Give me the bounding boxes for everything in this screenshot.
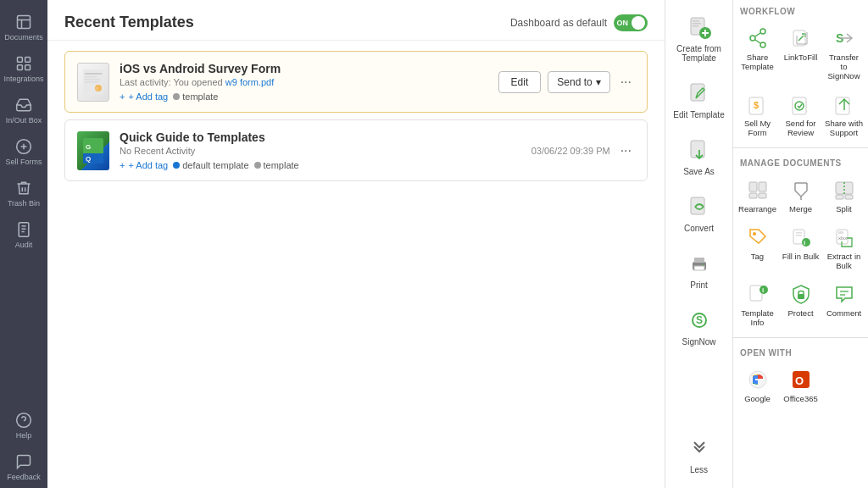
workflow-share-template[interactable]: Share Template <box>737 21 778 86</box>
rearrange-icon <box>746 178 770 202</box>
workflow-split[interactable]: Split <box>823 173 865 219</box>
share-template-label: Share Template <box>738 53 776 71</box>
sidebar-item-help[interactable]: Help <box>0 405 47 446</box>
less-icon <box>686 435 713 462</box>
create-from-template-label: Create from Template <box>669 44 729 63</box>
action-signnow[interactable]: S SignNow <box>665 300 732 353</box>
tag-label-template-quick: template <box>264 160 299 170</box>
split-icon <box>832 178 856 202</box>
convert-icon <box>686 193 713 220</box>
workflow-comment[interactable]: Comment <box>823 277 865 332</box>
svg-rect-17 <box>85 73 102 75</box>
template-actions-ios: Edit Send to ▾ ··· <box>498 71 635 93</box>
tag-badge-template-ios: template <box>173 92 218 102</box>
office365-label: Office365 <box>783 394 818 403</box>
comment-label: Comment <box>826 308 861 318</box>
linktofill-icon <box>789 26 813 50</box>
workflow-template-info[interactable]: i Template Info <box>737 277 778 332</box>
svg-text:S: S <box>696 314 703 326</box>
signnow-label: SignNow <box>682 337 715 347</box>
transfer-signnow-icon: S <box>832 26 856 50</box>
template-name-quick: Quick Guide to Templates <box>120 130 521 144</box>
more-button-quick[interactable]: ··· <box>617 140 635 162</box>
create-from-template-icon <box>686 14 713 41</box>
workflow-fill-in-bulk[interactable]: i Fill in Bulk <box>780 220 821 275</box>
send-for-review-icon <box>789 92 813 116</box>
template-activity-link-ios: w9 form.pdf <box>225 77 274 87</box>
template-tags-quick: + + Add tag default template template <box>120 160 521 170</box>
svg-line-46 <box>755 33 760 36</box>
templates-list: ! iOS vs Android Survey Form Last activi… <box>47 41 665 191</box>
sell-my-form-icon: $ <box>746 92 770 116</box>
print-icon <box>686 250 713 277</box>
share-with-support-label: Share with Support <box>825 119 863 137</box>
add-tag-ios[interactable]: + + Add tag <box>120 92 168 102</box>
workflow-linktofill[interactable]: LinkToFill <box>780 21 821 86</box>
svg-rect-70 <box>796 235 802 236</box>
workflow-rearrange[interactable]: Rearrange <box>737 173 778 219</box>
edit-template-icon <box>686 80 713 107</box>
sidebar-item-feedback[interactable]: Feedback <box>0 446 47 488</box>
workflow-extract-in-bulk[interactable]: xlsx Extract in Bulk <box>823 220 865 275</box>
svg-rect-18 <box>85 76 97 78</box>
split-label: Split <box>836 204 851 214</box>
sidebar-item-sellforms[interactable]: Sell Forms <box>0 131 47 173</box>
svg-rect-79 <box>798 294 804 299</box>
toggle-knob <box>632 16 645 30</box>
template-thumb-quick: G Q <box>77 131 109 170</box>
template-info-icon: i <box>746 282 770 306</box>
workflow-sell-my-form[interactable]: $ Sell My Form <box>737 87 778 142</box>
action-save-as[interactable]: Save As <box>665 130 732 183</box>
action-less[interactable]: Less <box>665 428 732 481</box>
sidebar-item-audit[interactable]: Audit <box>0 214 47 256</box>
action-edit-template[interactable]: Edit Template <box>665 73 732 126</box>
action-column: Create from Template Edit Template Save … <box>665 0 733 488</box>
svg-rect-63 <box>836 182 853 194</box>
integrations-icon <box>15 55 32 72</box>
less-label: Less <box>690 465 708 474</box>
fill-in-bulk-icon: i <box>789 225 813 249</box>
workflow-share-with-support[interactable]: Share with Support <box>823 87 865 142</box>
workflow-transfer-signnow[interactable]: S Transfer to SignNow <box>823 21 865 86</box>
tag-dot-blue-quick <box>173 162 180 169</box>
workflow-grid: Share Template LinkToFill <box>733 19 868 144</box>
feedback-icon <box>15 453 32 470</box>
manage-documents-grid: Rearrange Merge <box>733 171 868 334</box>
svg-point-54 <box>795 102 804 110</box>
svg-rect-3 <box>18 58 23 63</box>
rearrange-label: Rearrange <box>738 204 776 214</box>
sidebar-item-integrations[interactable]: Integrations <box>0 48 47 90</box>
svg-rect-57 <box>749 182 757 191</box>
svg-rect-65 <box>836 195 843 199</box>
sidebar-item-documents[interactable]: Documents <box>0 7 47 48</box>
action-create-from-template[interactable]: Create from Template <box>665 7 732 69</box>
workflow-tag[interactable]: Tag <box>737 220 778 275</box>
sidebar-item-inoutbox[interactable]: In/Out Box <box>0 90 47 131</box>
dashboard-toggle[interactable]: ON <box>614 14 648 31</box>
workflow-office365[interactable]: O Office365 <box>780 363 821 408</box>
tag-icon <box>746 225 770 249</box>
workflow-send-for-review[interactable]: Send for Review <box>780 87 821 142</box>
svg-rect-59 <box>749 193 757 198</box>
sidebar-label-integrations: Integrations <box>3 75 43 83</box>
edit-button-ios[interactable]: Edit <box>498 71 542 93</box>
action-convert[interactable]: Convert <box>665 186 732 240</box>
template-date-quick: 03/06/22 09:39 PM <box>531 146 610 156</box>
sidebar-label-help: Help <box>16 431 32 440</box>
extract-in-bulk-label: Extract in Bulk <box>825 252 863 270</box>
workflow-merge[interactable]: Merge <box>780 173 821 219</box>
action-print[interactable]: Print <box>665 243 732 297</box>
more-button-ios[interactable]: ··· <box>617 71 635 93</box>
add-tag-quick[interactable]: + + Add tag <box>120 160 168 170</box>
svg-rect-30 <box>693 25 698 27</box>
svg-rect-0 <box>18 16 31 29</box>
workflow-google[interactable]: Google <box>737 363 778 408</box>
send-button-ios[interactable]: Send to ▾ <box>548 71 609 93</box>
svg-rect-48 <box>793 30 805 46</box>
tag-label-template-ios: template <box>182 92 218 102</box>
workflow-protect[interactable]: Protect <box>780 277 821 332</box>
send-label-ios: Send to <box>557 76 592 88</box>
comment-icon <box>832 282 856 306</box>
protect-icon <box>789 282 813 306</box>
sidebar-item-trashbin[interactable]: Trash Bin <box>0 173 47 214</box>
